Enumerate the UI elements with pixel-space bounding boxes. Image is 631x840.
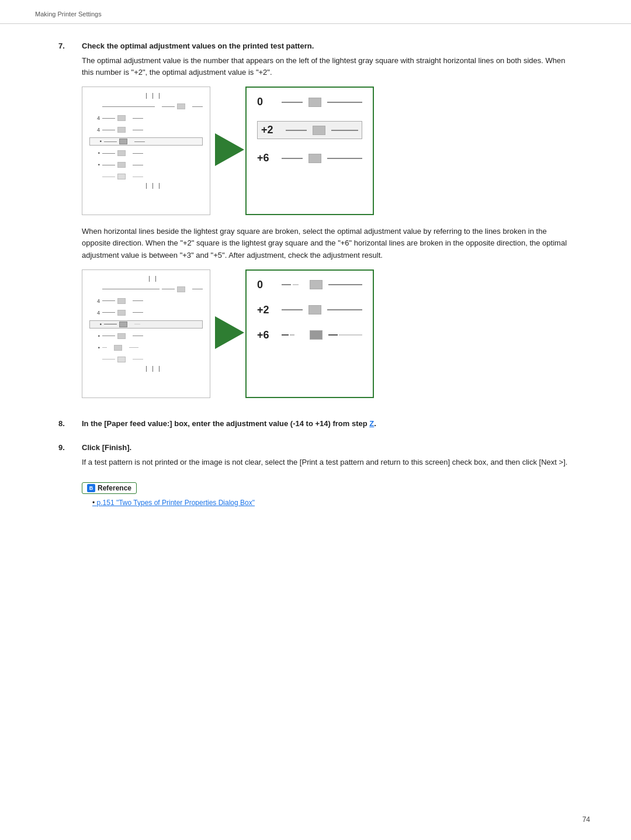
reference-section: B Reference p.151 "Two Types of Printer … (82, 482, 573, 507)
diagram-1-sq6 (308, 154, 321, 163)
step-7-title: Check the optimal adjustment values on t… (82, 42, 573, 50)
diagram-1-row-6: +6 (257, 152, 362, 164)
diagram-1-right: 0 +2 +6 (245, 87, 374, 215)
breadcrumb: Making Printer Settings (35, 11, 102, 18)
page-number: 74 (583, 815, 590, 824)
diagram-1-sq2 (313, 126, 325, 135)
diagram-1-val-0: 0 (257, 96, 276, 108)
diagram-2-line2a (282, 309, 303, 310)
diagram-2-right: 0 +2 +6 (245, 269, 374, 398)
step-9: 9. Click [Finish]. If a test pattern is … (58, 443, 573, 507)
step-7-text1: The optimal adjustment value is the numb… (82, 55, 573, 78)
reference-icon: B (87, 484, 95, 492)
diagram-1-val-2: +2 (261, 124, 280, 136)
diagram-1-line6a (282, 158, 303, 159)
diagram-1-line2a (286, 130, 307, 131)
diagram-2-row-6: +6 (257, 329, 362, 341)
step-8-body: In the [Paper feed value:] box, enter th… (82, 419, 573, 433)
diagram-1-left: 4 4 (82, 87, 210, 215)
page-content: 7. Check the optimal adjustment values o… (0, 24, 631, 552)
diagram-2-line0b (328, 284, 362, 285)
diagram-2-val-6: +6 (257, 329, 276, 341)
diagram-1-arrow (210, 133, 245, 166)
diagram-1-line6b (327, 158, 362, 159)
step-9-number: 9. (58, 443, 82, 507)
diagram-2-sq6 (310, 330, 323, 340)
page-header: Making Printer Settings (0, 0, 631, 24)
reference-badge: B Reference (82, 482, 137, 494)
arrow-triangle-2-icon (215, 316, 244, 349)
diagram-2: 4 4 (82, 269, 573, 398)
diagram-1-line0a (282, 102, 303, 103)
diagram-2-sq2 (308, 305, 321, 314)
diagram-2-line2b (327, 309, 362, 310)
step-7-body: Check the optimal adjustment values on t… (82, 42, 573, 409)
step-8-link[interactable]: Z (369, 419, 374, 428)
diagram-1-line2b (331, 130, 358, 131)
diagram-2-left: 4 4 (82, 269, 210, 398)
diagram-2-arrow (210, 316, 245, 349)
diagram-2-sq0 (310, 280, 323, 289)
step-7-number: 7. (58, 42, 82, 409)
step-9-title: Click [Finish]. (82, 443, 573, 452)
diagram-1-line0b (327, 102, 362, 103)
diagram-1-row-2: +2 (257, 121, 362, 139)
diagram-2-val-0: 0 (257, 279, 276, 291)
reference-label: Reference (98, 484, 131, 492)
diagram-1: 4 4 (82, 87, 573, 215)
diagram-2-row-0: 0 (257, 279, 362, 291)
diagram-1-sq0 (308, 98, 321, 107)
reference-link[interactable]: p.151 "Two Types of Printer Properties D… (92, 499, 573, 507)
step-9-body: Click [Finish]. If a test pattern is not… (82, 443, 573, 507)
diagram-1-val-6: +6 (257, 152, 276, 164)
step-7-text2: When horizontal lines beside the lightes… (82, 226, 573, 261)
step-9-text: If a test pattern is not printed or the … (82, 457, 573, 468)
step-7: 7. Check the optimal adjustment values o… (58, 42, 573, 409)
step-8: 8. In the [Paper feed value:] box, enter… (58, 419, 573, 433)
diagram-2-row-2: +2 (257, 304, 362, 316)
step-8-text: In the [Paper feed value:] box, enter th… (82, 419, 369, 428)
step-8-number: 8. (58, 419, 82, 433)
arrow-triangle-icon (215, 133, 244, 166)
diagram-1-row-0: 0 (257, 96, 362, 108)
step-8-title: In the [Paper feed value:] box, enter th… (82, 419, 573, 428)
diagram-2-val-2: +2 (257, 304, 276, 316)
